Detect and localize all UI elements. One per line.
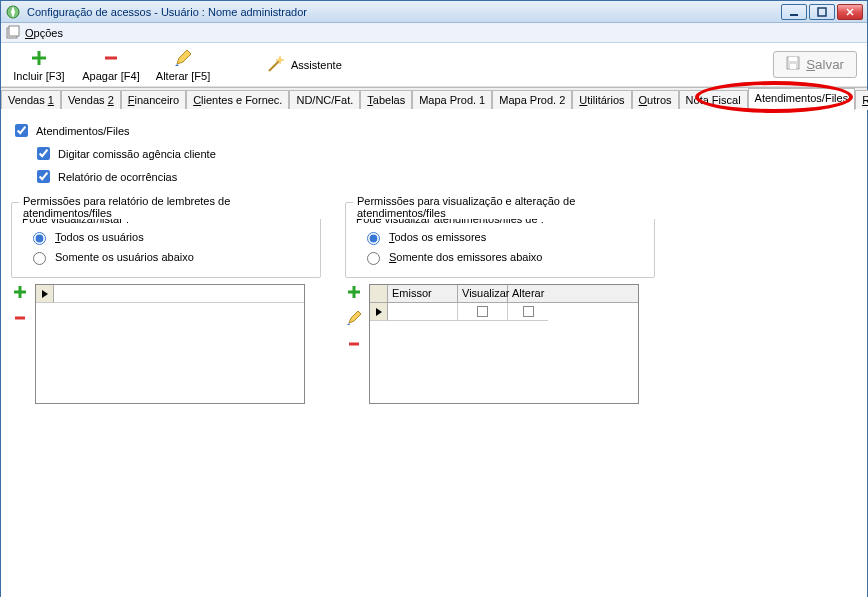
app-window: Configuração de acessos - Usuário : Nome… xyxy=(0,0,868,597)
col-alterar[interactable]: Alterar xyxy=(508,285,548,302)
check-comissao[interactable]: Digitar comissão agência cliente xyxy=(33,144,857,163)
group-lembretes: Permissões para relatório de lembretes d… xyxy=(11,202,321,404)
remove-emissor-button[interactable] xyxy=(346,336,362,352)
content-panel: Atendimentos/Files Digitar comissão agên… xyxy=(1,109,867,597)
add-user-button[interactable] xyxy=(12,284,28,300)
tab-notafiscal[interactable]: Nota Fiscal xyxy=(679,90,748,110)
assistente-button[interactable]: Assistente xyxy=(265,55,342,75)
add-emissor-button[interactable] xyxy=(346,284,362,300)
tab-utilitarios[interactable]: Utilitários xyxy=(572,90,631,110)
svg-rect-8 xyxy=(790,64,796,69)
svg-rect-4 xyxy=(9,26,19,36)
radio-todos-emissores[interactable]: Todos os emissores xyxy=(362,229,644,245)
col-visualizar[interactable]: Visualizar xyxy=(458,285,508,302)
row-selector-icon xyxy=(36,285,54,303)
group-visualizacao: Permissões para visualização e alteração… xyxy=(345,202,655,404)
col-emissor[interactable]: Emissor xyxy=(388,285,458,302)
check-relatorio[interactable]: Relatório de ocorrências xyxy=(33,167,857,186)
wand-icon xyxy=(265,55,285,75)
svg-rect-2 xyxy=(818,8,826,16)
tab-mapa1[interactable]: Mapa Prod. 1 xyxy=(412,90,492,110)
tab-outros[interactable]: Outros xyxy=(632,90,679,110)
cell-alterar-chk[interactable] xyxy=(508,303,548,321)
svg-rect-9 xyxy=(478,307,488,317)
tabs-row: Vendas 1 Vendas 2 Financeiro Clientes e … xyxy=(1,87,867,109)
menubar: Opções xyxy=(1,23,867,43)
radio-todos-usuarios[interactable]: Todos os usuários xyxy=(28,229,310,245)
cell-visualizar-chk[interactable] xyxy=(458,303,508,321)
menu-icon xyxy=(5,25,21,41)
plus-icon xyxy=(29,48,49,68)
minus-icon xyxy=(101,48,121,68)
maximize-button[interactable] xyxy=(809,4,835,20)
window-title: Configuração de acessos - Usuário : Nome… xyxy=(27,6,781,18)
svg-rect-10 xyxy=(523,307,533,317)
group-visualizacao-label: Permissões para visualização e alteração… xyxy=(353,195,655,219)
app-icon xyxy=(5,4,21,20)
tab-tabelas[interactable]: Tabelas xyxy=(360,90,412,110)
save-icon xyxy=(786,56,800,73)
menu-options[interactable]: Opções xyxy=(25,27,63,39)
titlebar: Configuração de acessos - Usuário : Nome… xyxy=(1,1,867,23)
emissores-grid[interactable]: Emissor Visualizar Alterar xyxy=(369,284,639,404)
svg-rect-1 xyxy=(790,14,798,16)
check-comissao-input[interactable] xyxy=(37,147,50,160)
apagar-button[interactable]: Apagar [F4] xyxy=(81,48,141,82)
tab-financeiro[interactable]: Financeiro xyxy=(121,90,186,110)
tab-clientes[interactable]: Clientes e Fornec. xyxy=(186,90,289,110)
remove-user-button[interactable] xyxy=(12,310,28,326)
check-relatorio-input[interactable] xyxy=(37,170,50,183)
users-grid[interactable] xyxy=(35,284,305,404)
pencil-icon xyxy=(173,48,193,68)
check-atendimentos[interactable]: Atendimentos/Files xyxy=(11,121,857,140)
check-atendimentos-input[interactable] xyxy=(15,124,28,137)
salvar-button[interactable]: SSalvaralvar xyxy=(773,51,857,78)
radio-somente-emissores[interactable]: Somente dos emissores abaixo xyxy=(362,249,644,265)
tab-atendimentos[interactable]: Atendimentos/Files xyxy=(748,88,856,110)
tab-vendas-2[interactable]: Vendas 2 xyxy=(61,90,121,110)
tab-reemb[interactable]: Reemb. xyxy=(855,90,868,110)
alterar-button[interactable]: Alterar [F5] xyxy=(153,48,213,82)
tab-vendas-1[interactable]: Vendas 1 xyxy=(1,90,61,110)
row-selector-icon xyxy=(370,303,388,321)
edit-emissor-button[interactable] xyxy=(346,310,362,326)
incluir-button[interactable]: Incluir [F3] xyxy=(9,48,69,82)
tab-ndnc[interactable]: ND/NC/Fat. xyxy=(289,90,360,110)
tab-mapa2[interactable]: Mapa Prod. 2 xyxy=(492,90,572,110)
radio-somente-usuarios[interactable]: Somente os usuários abaixo xyxy=(28,249,310,265)
group-lembretes-label: Permissões para relatório de lembretes d… xyxy=(19,195,321,219)
toolbar: Incluir [F3] Apagar [F4] Alterar [F5] As… xyxy=(1,43,867,87)
close-button[interactable] xyxy=(837,4,863,20)
svg-point-5 xyxy=(278,58,282,62)
svg-rect-7 xyxy=(789,57,797,61)
minimize-button[interactable] xyxy=(781,4,807,20)
